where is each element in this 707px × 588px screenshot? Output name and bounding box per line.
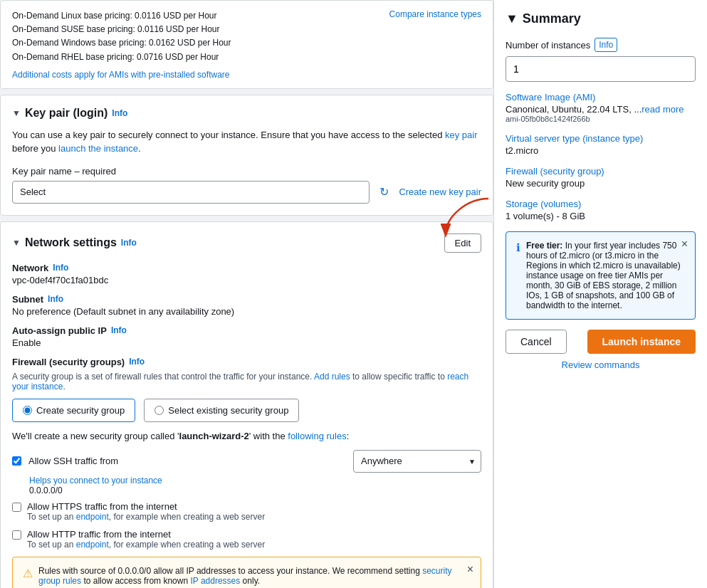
refresh-key-pairs-button[interactable]: ↻	[377, 182, 392, 201]
sg-name: launch-wizard-2	[179, 431, 249, 441]
summary-firewall-label: Firewall (security group)	[506, 166, 696, 177]
https-checkbox[interactable]	[12, 503, 21, 512]
reach-instance-link[interactable]: reach your instance	[12, 372, 468, 392]
read-more-link[interactable]: read more	[641, 104, 684, 115]
key-pair-title: ▼ Key pair (login) Info	[12, 107, 127, 120]
http-desc: To set up an endpoint, for example when …	[27, 540, 265, 550]
add-rules-link[interactable]: Add rules	[314, 372, 350, 382]
cancel-button[interactable]: Cancel	[506, 330, 567, 354]
launch-instance-button[interactable]: Launch instance	[587, 330, 696, 354]
auto-assign-info-link[interactable]: Info	[111, 325, 127, 335]
section-collapse-arrow[interactable]: ▼	[12, 108, 21, 118]
firewall-radio-group: Create security group Select existing se…	[12, 399, 481, 422]
firewall-description: A security group is a set of firewall ru…	[12, 372, 481, 392]
https-label: Allow HTTPS traffic from the internet	[27, 501, 177, 512]
network-sub-info-link[interactable]: Info	[53, 263, 68, 273]
network-edit-button[interactable]: Edit	[444, 233, 481, 253]
ssh-traffic-row: Allow SSH traffic from Anywhere My IP Cu…	[12, 450, 481, 495]
sg-rules-link[interactable]: security group rules	[38, 566, 452, 586]
warning-icon: ⚠	[23, 567, 33, 580]
subnet-info-link[interactable]: Info	[48, 294, 63, 304]
additional-costs-link[interactable]: Additional costs apply for AMIs with pre…	[12, 70, 481, 80]
ssh-checkbox[interactable]	[12, 456, 21, 466]
https-traffic-row: Allow HTTPS traffic from the internet To…	[12, 501, 481, 522]
new-sg-note: We'll create a new security group called…	[12, 431, 481, 441]
storage-field: Storage (volumes) 1 volume(s) - 8 GiB	[506, 199, 696, 221]
instance-type-value: t2.micro	[506, 145, 696, 156]
instances-label: Number of instances	[506, 40, 590, 51]
ssh-help-text: Helps you connect to your instance	[29, 476, 481, 485]
launch-link[interactable]: launch the instance	[58, 143, 138, 154]
http-traffic-row: Allow HTTP traffic from the internet To …	[12, 529, 481, 550]
pricing-section: Compare instance types On-Demand Linux b…	[0, 0, 493, 89]
subnet-field: Subnet Info No preference (Default subne…	[12, 294, 481, 317]
create-new-key-pair-link[interactable]: Create new key pair	[399, 187, 481, 197]
https-desc: To set up an endpoint, for example when …	[27, 512, 265, 522]
auto-assign-field: Auto-assign public IP Info Enable	[12, 325, 481, 348]
ssh-label: Allow SSH traffic from	[28, 456, 118, 466]
create-sg-option[interactable]: Create security group	[12, 399, 135, 422]
key-pair-section: ▼ Key pair (login) Info You can use a ke…	[0, 95, 493, 216]
network-settings-section: ▼ Network settings Info Edit Network Inf…	[0, 221, 493, 588]
key-pair-field-label: Key pair name – required	[12, 166, 481, 177]
http-endpoint-link[interactable]: endpoint	[76, 540, 109, 550]
network-field: Network Info vpc-0def4f70c1fa01bdc	[12, 263, 481, 285]
subnet-value: No preference (Default subnet in any ava…	[12, 306, 481, 317]
summary-panel: ▼ Summary Number of instances Info Softw…	[493, 0, 707, 588]
instances-input[interactable]	[506, 56, 696, 82]
select-existing-sg-radio[interactable]	[155, 406, 164, 415]
key-pair-link[interactable]: key pair	[445, 130, 478, 140]
info-circle-icon: ℹ	[516, 241, 520, 254]
free-tier-close-button[interactable]: ×	[681, 238, 688, 251]
key-pair-info-link[interactable]: Info	[112, 108, 127, 118]
software-image-field: Software Image (AMI) Canonical, Ubuntu, …	[506, 92, 696, 123]
software-image-id: ami-05fb0b8c1424f266b	[506, 115, 696, 123]
action-buttons-row: Cancel Launch instance	[506, 330, 696, 354]
auto-assign-value: Enable	[12, 337, 481, 348]
ip-addresses-link[interactable]: IP addresses	[190, 576, 240, 586]
software-image-label: Software Image (AMI)	[506, 92, 696, 103]
ssh-cidr-value: 0.0.0.0/0	[29, 485, 481, 495]
create-sg-radio[interactable]	[23, 406, 32, 415]
key-pair-select[interactable]: Select	[12, 181, 370, 204]
network-settings-title: ▼ Network settings Info	[12, 236, 137, 249]
review-commands-link[interactable]: Review commands	[506, 359, 696, 370]
http-checkbox[interactable]	[12, 530, 21, 540]
select-existing-sg-option[interactable]: Select existing security group	[144, 399, 299, 422]
summary-title: ▼ Summary	[506, 11, 696, 26]
summary-collapse-arrow[interactable]: ▼	[506, 11, 518, 26]
instances-field: Number of instances Info	[506, 38, 696, 82]
summary-firewall-field: Firewall (security group) New security g…	[506, 166, 696, 189]
key-pair-select-wrapper: Select	[12, 181, 370, 204]
instance-type-label: Virtual server type (instance type)	[506, 133, 696, 144]
network-value: vpc-0def4f70c1fa01bdc	[12, 275, 481, 285]
ip-warning-box: ⚠ Rules with source of 0.0.0.0/0 allow a…	[12, 557, 481, 588]
required-indicator: – required	[74, 166, 116, 177]
instance-type-field: Virtual server type (instance type) t2.m…	[506, 133, 696, 156]
warning-close-button[interactable]: ×	[467, 563, 473, 576]
firewall-info-link[interactable]: Info	[129, 357, 145, 367]
following-rules-link[interactable]: following rules	[288, 431, 346, 441]
compare-instance-types-link[interactable]: Compare instance types	[389, 9, 481, 19]
storage-value: 1 volume(s) - 8 GiB	[506, 211, 696, 221]
network-info-link[interactable]: Info	[121, 238, 137, 248]
free-tier-box: ℹ Free tier: In your first year includes…	[506, 231, 696, 320]
instances-info-link[interactable]: Info	[595, 38, 617, 52]
http-label: Allow HTTP traffic from the internet	[27, 529, 171, 540]
summary-firewall-value: New security group	[506, 178, 696, 189]
firewall-field: Firewall (security groups) Info	[12, 357, 481, 367]
warning-text: Rules with source of 0.0.0.0/0 allow all…	[38, 566, 471, 586]
free-tier-text: Free tier: In your first year includes 7…	[526, 241, 685, 310]
https-endpoint-link[interactable]: endpoint	[76, 512, 109, 522]
network-collapse-arrow[interactable]: ▼	[12, 238, 21, 248]
key-pair-description: You can use a key pair to securely conne…	[12, 128, 481, 156]
ssh-source-select[interactable]: Anywhere My IP Custom	[353, 450, 481, 473]
software-image-value: Canonical, Ubuntu, 22.04 LTS, ...read mo…	[506, 104, 696, 115]
storage-label: Storage (volumes)	[506, 199, 696, 209]
